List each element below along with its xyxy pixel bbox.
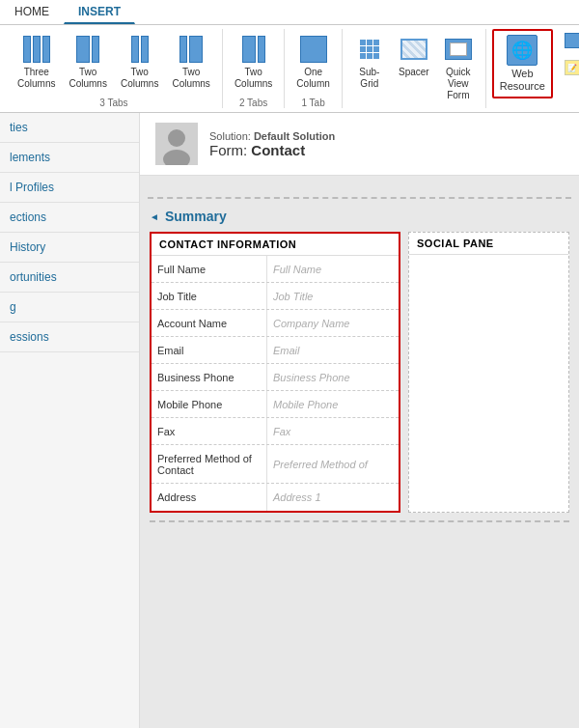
main-layout: ties lements l Profiles ections History … <box>0 113 579 728</box>
contact-info-title: CONTACT INFORMATION <box>152 234 399 256</box>
two-col-layout: CONTACT INFORMATION Full Name Full Name … <box>150 232 569 513</box>
two-columns-a-label: TwoColumns <box>69 67 106 90</box>
jobtitle-value[interactable]: Job Title <box>267 283 399 309</box>
sub-grid-label: Sub-Grid <box>354 67 385 90</box>
ribbon-group-web-resource-items: 🌐 Web Resource IFRAME 📝 Notes <box>492 29 579 106</box>
svg-point-1 <box>168 129 185 147</box>
two-columns-c-label: TwoColumns <box>172 67 209 90</box>
quick-view-form-icon <box>443 34 474 65</box>
accountname-label: Account Name <box>152 310 267 336</box>
email-value[interactable]: Email <box>267 337 399 363</box>
field-row-accountname: Account Name Company Name <box>152 310 399 337</box>
three-columns-button[interactable]: ThreeColumns <box>12 29 61 95</box>
sidebar-item-ortunities[interactable]: ortunities <box>0 263 139 293</box>
sidebar-item-profiles[interactable]: l Profiles <box>0 173 139 203</box>
fullname-value[interactable]: Full Name <box>267 256 399 282</box>
3tabs-group-label: 3 Tabs <box>99 98 127 108</box>
email-label: Email <box>152 337 267 363</box>
preferred-value[interactable]: Preferred Method of <box>267 445 399 483</box>
tab-home[interactable]: HOME <box>0 0 64 24</box>
summary-title: Summary <box>165 209 227 224</box>
ribbon-group-web-resource: 🌐 Web Resource IFRAME 📝 Notes <box>486 29 579 108</box>
fullname-label: Full Name <box>152 256 267 282</box>
fax-value[interactable]: Fax <box>267 418 399 444</box>
ribbon-group-1tab-items: OneColumn <box>290 29 335 96</box>
1tab-group-label: 1 Tab <box>301 98 324 108</box>
businessphone-value[interactable]: Business Phone <box>267 364 399 390</box>
form-body: Summary CONTACT INFORMATION Full Name Fu… <box>140 199 579 532</box>
form-header: Solution: Default Solution Form: Contact <box>140 113 579 176</box>
two-col-2tab-a-icon <box>238 34 269 65</box>
two-columns-a-icon <box>72 34 103 65</box>
address-label: Address <box>152 484 267 511</box>
web-resource-label: Web Resource <box>500 68 545 93</box>
two-col-2tab-a-button[interactable]: TwoColumns <box>229 29 278 95</box>
form-name: Form: Contact <box>209 142 335 158</box>
address-value[interactable]: Address 1 <box>267 484 399 511</box>
spacer-label: Spacer <box>399 67 429 78</box>
sidebar-item-g[interactable]: g <box>0 293 139 322</box>
form-name-value: Contact <box>251 142 305 158</box>
web-resource-button[interactable]: 🌐 Web Resource <box>492 29 553 98</box>
spacer-button[interactable]: Spacer <box>393 29 435 83</box>
spacer-icon <box>399 34 429 65</box>
two-columns-b-label: TwoColumns <box>121 67 158 90</box>
one-column-icon <box>298 34 329 65</box>
content-area: Solution: Default Solution Form: Contact… <box>140 113 579 728</box>
sidebar-item-ections[interactable]: ections <box>0 203 139 233</box>
field-row-preferred: Preferred Method of Contact Preferred Me… <box>152 445 399 484</box>
two-columns-a-button[interactable]: TwoColumns <box>63 29 112 95</box>
field-row-mobilephone: Mobile Phone Mobile Phone <box>152 391 399 418</box>
preferred-label: Preferred Method of Contact <box>152 445 267 483</box>
quick-view-form-button[interactable]: Quick ViewForm <box>437 29 480 106</box>
form-top-border <box>148 182 571 199</box>
two-columns-b-icon <box>124 34 155 65</box>
web-resource-icon: 🌐 <box>507 35 538 66</box>
three-columns-label: ThreeColumns <box>17 67 55 90</box>
ribbon-group-2tabs: TwoColumns 2 Tabs <box>223 29 285 108</box>
ribbon-group-1tab: OneColumn 1 Tab <box>285 29 342 108</box>
one-column-button[interactable]: OneColumn <box>290 29 335 95</box>
field-row-fullname: Full Name Full Name <box>152 256 399 283</box>
two-col-2tab-a-label: TwoColumns <box>234 67 272 90</box>
field-row-email: Email Email <box>152 337 399 364</box>
form-bottom-border <box>150 520 569 522</box>
two-columns-b-button[interactable]: TwoColumns <box>115 29 164 95</box>
ribbon-group-3tabs: ThreeColumns TwoColumns <box>6 29 223 108</box>
ribbon-group-controls: Sub-Grid Spacer Quick ViewForm <box>343 29 486 108</box>
notes-button[interactable]: 📝 Notes <box>559 56 579 79</box>
sidebar-item-history[interactable]: History <box>0 233 139 263</box>
two-columns-c-icon <box>176 34 207 65</box>
ribbon: HOME INSERT ThreeColumns <box>0 0 579 113</box>
mobilephone-value[interactable]: Mobile Phone <box>267 391 399 417</box>
fax-label: Fax <box>152 418 267 444</box>
sidebar-item-ties[interactable]: ties <box>0 113 139 143</box>
sub-grid-icon <box>354 34 385 65</box>
social-pane-title: SOCIAL PANE <box>409 233 568 255</box>
jobtitle-label: Job Title <box>152 283 267 309</box>
social-pane-panel: SOCIAL PANE <box>408 232 569 513</box>
ribbon-group-2tabs-items: TwoColumns <box>229 29 278 96</box>
avatar-icon <box>155 123 198 165</box>
businessphone-label: Business Phone <box>152 364 267 390</box>
one-column-label: OneColumn <box>296 67 329 90</box>
field-row-jobtitle: Job Title Job Title <box>152 283 399 310</box>
solution-name: Default Solution <box>254 130 335 142</box>
tab-insert[interactable]: INSERT <box>64 0 135 24</box>
form-title-block: Solution: Default Solution Form: Contact <box>209 130 335 158</box>
sidebar: ties lements l Profiles ections History … <box>0 113 140 728</box>
ribbon-content: ThreeColumns TwoColumns <box>0 25 579 112</box>
two-columns-c-button[interactable]: TwoColumns <box>166 29 215 95</box>
sidebar-item-elements[interactable]: lements <box>0 143 139 173</box>
field-row-businessphone: Business Phone Business Phone <box>152 364 399 391</box>
sidebar-item-essions[interactable]: essions <box>0 322 139 352</box>
mobilephone-label: Mobile Phone <box>152 391 267 417</box>
avatar <box>155 123 198 165</box>
sub-grid-button[interactable]: Sub-Grid <box>348 29 391 95</box>
field-row-address: Address Address 1 <box>152 484 399 511</box>
iframe-button[interactable]: IFRAME <box>559 29 579 52</box>
quick-view-form-label: Quick ViewForm <box>443 67 474 101</box>
field-row-fax: Fax Fax <box>152 418 399 445</box>
contact-info-panel: CONTACT INFORMATION Full Name Full Name … <box>150 232 400 513</box>
accountname-value[interactable]: Company Name <box>267 310 399 336</box>
